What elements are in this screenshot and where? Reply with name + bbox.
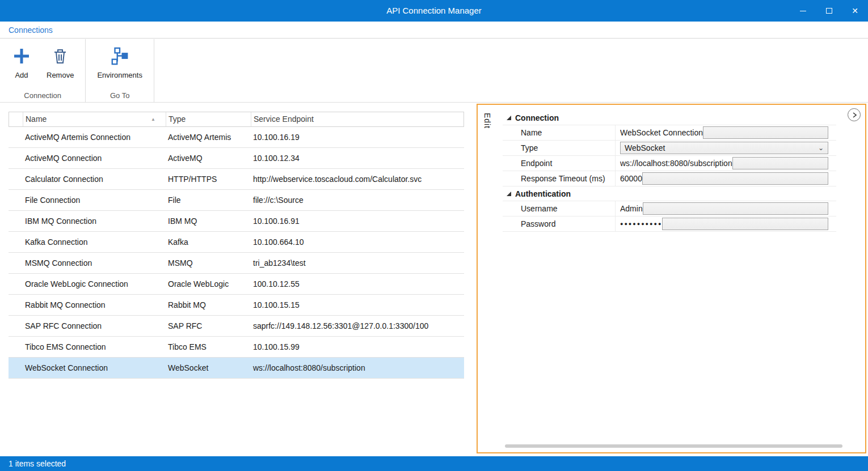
property-group-header[interactable]: Authentication [503,186,836,201]
column-header-endpoint-label: Service Endpoint [254,114,314,124]
property-value-cell[interactable]: WebSocket Connection [616,125,836,140]
property-value[interactable]: ws://localhost:8080/subscription [620,156,732,171]
cell-type[interactable]: MSMQ [166,258,251,268]
table-row[interactable]: Calculator Connection HTTP/HTTPS http://… [9,169,464,190]
type-dropdown[interactable] [732,157,828,169]
property-value[interactable]: Admin [620,201,643,216]
property-group-title: Connection [515,113,559,122]
cell-type[interactable]: Rabbit MQ [166,300,251,309]
cell-name[interactable]: IBM MQ Connection [23,217,166,226]
table-row[interactable]: ActiveMQ Artemis Connection ActiveMQ Art… [9,127,464,148]
table-row[interactable]: File Connection File file://c:\Source [9,190,464,211]
cell-endpoint[interactable]: 10.100.15.99 [251,342,464,351]
table-row[interactable]: Oracle WebLogic Connection Oracle WebLog… [9,274,464,295]
cell-name[interactable]: Kafka Connection [23,237,166,247]
edit-panel-label: Edit [483,113,492,129]
remove-button[interactable]: Remove [41,44,79,82]
type-dropdown[interactable] [642,172,828,185]
cell-name[interactable]: ActiveMQ Artemis Connection [23,133,166,142]
table-row[interactable]: MSMQ Connection MSMQ tri_ab1234\test [9,253,464,274]
cell-type[interactable]: WebSocket [166,363,251,372]
remove-button-label: Remove [47,71,74,79]
type-dropdown[interactable] [703,126,828,139]
tab-connections[interactable]: Connections [9,22,53,39]
cell-name[interactable]: Rabbit MQ Connection [23,300,166,309]
table-row[interactable]: ActiveMQ Connection ActiveMQ 10.100.12.3… [9,148,464,169]
cell-type[interactable]: Tibco EMS [166,342,251,351]
table-row[interactable]: WebSocket Connection WebSocket ws://loca… [9,358,464,379]
cell-endpoint[interactable]: 10.100.12.34 [251,154,464,163]
property-value-cell[interactable]: 60000 [616,171,836,186]
cell-endpoint[interactable]: 100.10.12.55 [251,279,464,288]
scrollbar-thumb[interactable] [505,444,842,448]
edit-panel: Edit Connection Name WebSocket Connectio… [477,104,866,453]
property-label: Type [503,141,616,155]
cell-endpoint[interactable]: file://c:\Source [251,196,464,205]
cell-type[interactable]: IBM MQ [166,217,251,226]
cell-type[interactable]: SAP RFC [166,321,251,330]
expander-icon[interactable] [507,116,511,120]
trash-icon [50,46,70,66]
column-header-type[interactable]: Type [166,112,251,126]
maximize-icon [826,8,832,14]
table-row[interactable]: Tibco EMS Connection Tibco EMS 10.100.15… [9,337,464,358]
add-button[interactable]: Add [6,44,37,82]
cell-type[interactable]: ActiveMQ [166,154,251,163]
cell-type[interactable]: HTTP/HTTPS [166,175,251,184]
cell-type[interactable]: Oracle WebLogic [166,279,251,288]
cell-endpoint[interactable]: http://webservice.toscacloud.com/Calcula… [251,175,464,184]
property-value-cell[interactable]: ws://localhost:8080/subscription [616,156,836,171]
horizontal-scrollbar[interactable] [505,444,849,448]
property-row: Endpoint ws://localhost:8080/subscriptio… [503,156,836,171]
minimize-button[interactable] [790,0,816,22]
expander-icon[interactable] [507,192,511,196]
cell-type[interactable]: File [166,196,251,205]
property-group-header[interactable]: Connection [503,111,836,125]
cell-type[interactable]: ActiveMQ Artemis [166,133,251,142]
table-row[interactable]: SAP RFC Connection SAP RFC saprfc://149.… [9,316,464,337]
property-value-cell[interactable]: WebSocket ⌄ [616,141,836,155]
row-selector-header[interactable] [9,112,23,126]
app-window: API Connection Manager ✕ Connections Add [0,0,868,471]
table-row[interactable]: Kafka Connection Kafka 10.100.664.10 [9,232,464,253]
cell-endpoint[interactable]: 10.100.16.91 [251,217,464,226]
cell-name[interactable]: WebSocket Connection [23,363,166,372]
cell-endpoint[interactable]: 10.100.15.15 [251,300,464,309]
cell-name[interactable]: ActiveMQ Connection [23,154,166,163]
cell-name[interactable]: Calculator Connection [23,175,166,184]
column-header-endpoint[interactable]: Service Endpoint [251,112,464,126]
property-value[interactable]: WebSocket Connection [620,125,703,140]
cell-name[interactable]: File Connection [23,196,166,205]
close-button[interactable]: ✕ [842,0,868,22]
type-dropdown[interactable]: WebSocket ⌄ [620,142,828,154]
property-group-title: Authentication [515,189,571,198]
environments-button[interactable]: Environments [91,44,148,82]
cell-name[interactable]: SAP RFC Connection [23,321,166,330]
maximize-button[interactable] [816,0,842,22]
ribbon-group-goto: Environments Go To [86,39,154,102]
property-value[interactable]: ●●●●●●●●●● [620,217,662,231]
close-icon: ✕ [852,6,858,15]
cell-endpoint[interactable]: 10.100.664.10 [251,237,464,247]
cell-name[interactable]: Tibco EMS Connection [23,342,166,351]
cell-endpoint[interactable]: ws://localhost:8080/subscription [251,363,464,372]
panel-collapse-button[interactable] [848,108,861,121]
column-header-name-label: Name [26,114,47,124]
table-row[interactable]: IBM MQ Connection IBM MQ 10.100.16.91 [9,211,464,232]
ribbon-group-label-goto: Go To [86,91,153,100]
cell-type[interactable]: Kafka [166,237,251,247]
cell-name[interactable]: Oracle WebLogic Connection [23,279,166,288]
property-row: Type WebSocket ⌄ [503,141,836,156]
sort-ascending-icon: ▲ [151,117,155,122]
cell-endpoint[interactable]: 10.100.16.19 [251,133,464,142]
type-dropdown[interactable] [662,218,828,230]
type-dropdown[interactable] [643,202,828,215]
cell-endpoint[interactable]: saprfc://149.148.12.56:3301@127.0.0.1:33… [251,321,464,330]
cell-endpoint[interactable]: tri_ab1234\test [251,258,464,268]
column-header-name[interactable]: Name ▲ [23,112,166,126]
cell-name[interactable]: MSMQ Connection [23,258,166,268]
table-row[interactable]: Rabbit MQ Connection Rabbit MQ 10.100.15… [9,295,464,316]
property-value-cell[interactable]: ●●●●●●●●●● [616,217,836,231]
property-value-cell[interactable]: Admin [616,201,836,216]
property-value[interactable]: 60000 [620,171,642,186]
